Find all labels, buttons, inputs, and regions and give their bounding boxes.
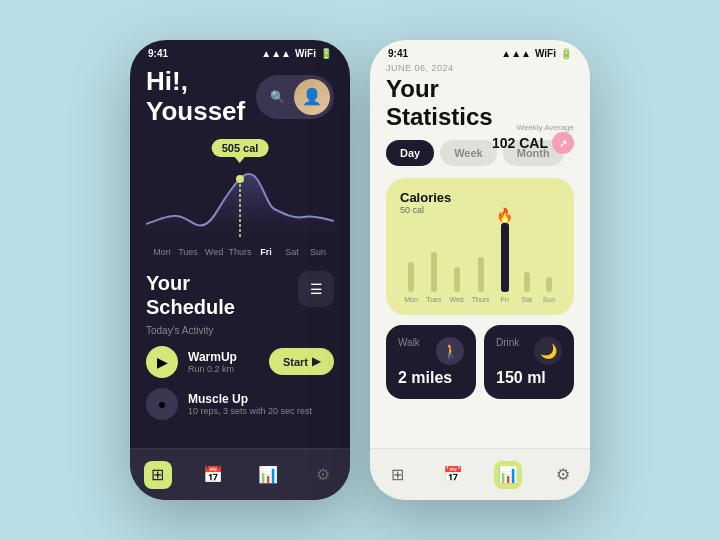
flame-icon: 🔥 — [496, 207, 513, 223]
bar-tues: Tues — [426, 223, 441, 303]
greeting-row: Hi!, Youssef 🔍 👤 — [146, 67, 334, 127]
warmup-icon: ▶ — [146, 346, 178, 378]
bottom-nav-right: ⊞ 📅 📊 ⚙ — [370, 448, 590, 500]
arrow-up-icon: ↗ — [552, 132, 574, 154]
stats-date: JUNE 06, 2024 — [386, 63, 574, 73]
tab-week[interactable]: Week — [440, 140, 497, 166]
muscleup-detail: 10 reps, 3 sets with 20 sec rest — [188, 406, 334, 416]
chart-svg — [146, 159, 334, 239]
nav-calendar-right[interactable]: 📅 — [439, 461, 467, 489]
drink-label: Drink — [496, 337, 519, 348]
schedule-title: Your Schedule — [146, 271, 235, 319]
bar-fri: 🔥 Fri — [498, 223, 512, 303]
bar-sun: Sun — [542, 223, 556, 303]
status-bar-left: 9:41 ▲▲▲ WiFi 🔋 — [130, 40, 350, 63]
calories-title: Calories — [400, 190, 560, 205]
warmup-detail: Run 0.2 km — [188, 364, 259, 374]
nav-home[interactable]: ⊞ — [144, 461, 172, 489]
nav-stats[interactable]: 📊 — [254, 461, 282, 489]
today-label: Today's Activity — [146, 325, 334, 336]
muscleup-info: Muscle Up 10 reps, 3 sets with 20 sec re… — [188, 392, 334, 416]
drink-value: 150 ml — [496, 369, 562, 387]
calories-subtitle: 50 cal — [400, 205, 560, 215]
day-mon: Mon — [150, 247, 174, 257]
chart-callout: 505 cal — [212, 139, 269, 157]
status-icons-right: ▲▲▲ WiFi 🔋 — [501, 48, 572, 59]
stats-title: Your Statistics — [386, 75, 574, 130]
day-thurs: Thurs — [228, 247, 252, 257]
drink-icon: 🌙 — [534, 337, 562, 365]
status-bar-right: 9:41 ▲▲▲ WiFi 🔋 — [370, 40, 590, 63]
weekly-avg-value: 102 CAL ↗ — [492, 132, 574, 154]
warmup-name: WarmUp — [188, 350, 259, 364]
muscleup-name: Muscle Up — [188, 392, 334, 406]
activity-warmup: ▶ WarmUp Run 0.2 km Start ▶ — [146, 346, 334, 378]
walk-value: 2 miles — [398, 369, 464, 387]
nav-settings-right[interactable]: ⚙ — [549, 461, 577, 489]
weekly-avg-label: Weekly Average — [492, 123, 574, 132]
bottom-nav-left: ⊞ 📅 📊 ⚙ — [130, 448, 350, 500]
walk-icon: 🚶 — [436, 337, 464, 365]
search-icon[interactable]: 🔍 — [266, 86, 288, 108]
filter-button[interactable]: ☰ — [298, 271, 334, 307]
weekly-avg: Weekly Average 102 CAL ↗ — [492, 123, 574, 154]
bar-chart: Mon Tues Wed Thurs — [400, 223, 560, 303]
schedule-header: Your Schedule ☰ — [146, 271, 334, 319]
day-sat: Sat — [280, 247, 304, 257]
day-fri: Fri — [254, 247, 278, 257]
right-phone: 9:41 ▲▲▲ WiFi 🔋 JUNE 06, 2024 Your Stati… — [370, 40, 590, 500]
nav-settings[interactable]: ⚙ — [309, 461, 337, 489]
day-sun: Sun — [306, 247, 330, 257]
drink-card: Drink 🌙 150 ml — [484, 325, 574, 399]
walk-label: Walk — [398, 337, 420, 348]
tab-day[interactable]: Day — [386, 140, 434, 166]
bar-wed: Wed — [449, 223, 463, 303]
bar-sat: Sat — [520, 223, 534, 303]
status-icons-left: ▲▲▲ WiFi 🔋 — [261, 48, 332, 59]
bar-thurs: Thurs — [472, 223, 490, 303]
day-tues: Tues — [176, 247, 200, 257]
svg-point-1 — [236, 175, 244, 183]
avatar: 👤 — [294, 79, 330, 115]
nav-calendar[interactable]: 📅 — [199, 461, 227, 489]
activity-muscleup: ● Muscle Up 10 reps, 3 sets with 20 sec … — [146, 388, 334, 420]
avatar-search[interactable]: 🔍 👤 — [256, 75, 334, 119]
start-button[interactable]: Start ▶ — [269, 348, 334, 375]
left-phone: 9:41 ▲▲▲ WiFi 🔋 Hi!, Youssef 🔍 👤 — [130, 40, 350, 500]
calories-card: Calories 50 cal Mon Tues — [386, 178, 574, 315]
muscleup-icon: ● — [146, 388, 178, 420]
nav-stats-right[interactable]: 📊 — [494, 461, 522, 489]
time-right: 9:41 — [388, 48, 408, 59]
days-row: Mon Tues Wed Thurs Fri Sat Sun — [146, 247, 334, 257]
greeting-text: Hi!, Youssef — [146, 67, 245, 127]
bar-mon: Mon — [404, 223, 418, 303]
nav-home-right[interactable]: ⊞ — [384, 461, 412, 489]
warmup-info: WarmUp Run 0.2 km — [188, 350, 259, 374]
time-left: 9:41 — [148, 48, 168, 59]
chart-area: 505 cal — [146, 139, 334, 239]
stats-cards-row: Walk 🚶 2 miles Drink 🌙 150 ml — [386, 325, 574, 399]
day-wed: Wed — [202, 247, 226, 257]
walk-card: Walk 🚶 2 miles — [386, 325, 476, 399]
